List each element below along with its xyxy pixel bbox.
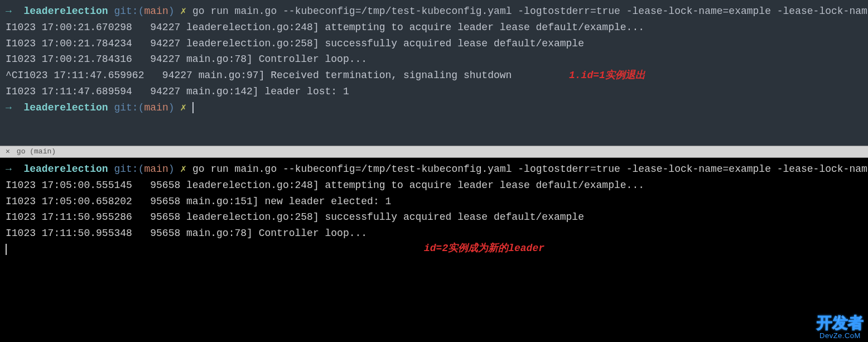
cursor-line: id=2实例成为新的leader — [6, 242, 862, 258]
watermark-en: DevZe.CoM — [817, 332, 864, 340]
tab-label[interactable]: go (main) — [17, 146, 56, 158]
annotation-top: 1.id=1实例退出 — [569, 68, 645, 84]
command-bottom: go run main.go --kubeconfig=/tmp/test-ku… — [192, 163, 868, 175]
terminal-pane-bottom[interactable]: → leaderelection git:(main) ✗ go run mai… — [0, 158, 868, 342]
prompt-branch: main — [144, 6, 168, 17]
prompt-arrow-icon: → — [6, 102, 12, 113]
log-line: I1023 17:05:00.555145 95658 leaderelecti… — [6, 177, 862, 194]
prompt-line-top-2: → leaderelection git:(main) ✗ — [6, 100, 862, 116]
prompt-arrow-icon: → — [6, 6, 12, 17]
close-tab-button[interactable]: ✕ — [6, 146, 10, 158]
command-top: go run main.go --kubeconfig=/tmp/test-ku… — [192, 6, 868, 17]
prompt-branch: main — [144, 102, 168, 113]
prompt-line-bottom: → leaderelection git:(main) ✗ go run mai… — [6, 161, 862, 177]
prompt-marker-icon: ✗ — [180, 102, 186, 113]
log-line: I1023 17:00:21.784316 94227 main.go:78] … — [6, 51, 862, 68]
prompt-git-label: git: — [114, 163, 138, 175]
log-line: I1023 17:05:00.658202 95658 main.go:151]… — [6, 194, 862, 210]
prompt-dir: leaderelection — [23, 102, 108, 113]
prompt-dir: leaderelection — [23, 163, 108, 175]
prompt-paren-open: ( — [138, 163, 144, 175]
prompt-arrow-icon: → — [6, 163, 12, 175]
prompt-dir: leaderelection — [23, 6, 108, 17]
prompt-paren-open: ( — [138, 6, 144, 17]
cursor-icon — [192, 102, 194, 113]
prompt-branch: main — [144, 163, 168, 175]
prompt-marker-icon: ✗ — [180, 6, 186, 17]
log-line: I1023 17:00:21.670298 94227 leaderelecti… — [6, 20, 862, 36]
log-line: I1023 17:11:50.955286 95658 leaderelecti… — [6, 209, 862, 225]
prompt-paren-close: ) — [168, 163, 175, 175]
pane-tab-bar: ✕ go (main) — [0, 146, 868, 158]
log-line: I1023 17:11:50.955348 95658 main.go:78] … — [6, 225, 862, 242]
log-line: ^CI1023 17:11:47.659962 94227 main.go:97… — [6, 68, 862, 84]
prompt-paren-close: ) — [168, 6, 175, 17]
watermark-cn: 开发者 — [817, 316, 864, 332]
prompt-paren-open: ( — [138, 102, 144, 113]
terminal-pane-top[interactable]: → leaderelection git:(main) ✗ go run mai… — [0, 0, 868, 146]
prompt-marker-icon: ✗ — [180, 163, 186, 175]
log-line: I1023 17:11:47.689594 94227 main.go:142]… — [6, 84, 862, 100]
log-line: I1023 17:00:21.784234 94227 leaderelecti… — [6, 36, 862, 52]
watermark: 开发者 DevZe.CoM — [817, 316, 864, 340]
prompt-git-label: git: — [114, 102, 138, 113]
prompt-line-top: → leaderelection git:(main) ✗ go run mai… — [6, 3, 862, 20]
prompt-paren-close: ) — [168, 102, 175, 113]
prompt-git-label: git: — [114, 6, 138, 17]
cursor-icon — [6, 244, 7, 255]
annotation-bottom: id=2实例成为新的leader — [424, 240, 544, 257]
